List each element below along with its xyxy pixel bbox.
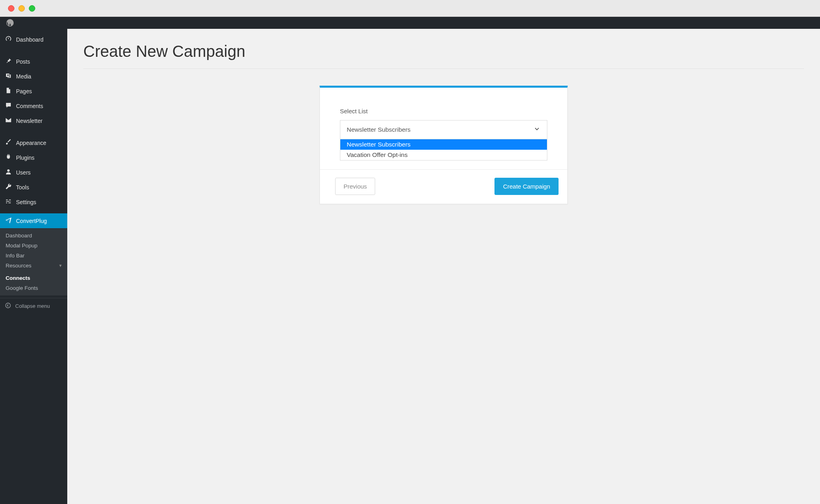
select-list-label: Select List bbox=[340, 108, 547, 114]
sidebar-group: Appearance Plugins Users Tools Settings bbox=[0, 132, 67, 209]
sidebar-item-label: Appearance bbox=[16, 140, 46, 146]
option-label: Newsletter Subscribers bbox=[347, 141, 410, 148]
page-icon bbox=[5, 87, 12, 95]
sidebar-item-plugins[interactable]: Plugins bbox=[0, 150, 67, 165]
paper-plane-icon bbox=[5, 217, 12, 225]
create-campaign-button[interactable]: Create Campaign bbox=[494, 178, 559, 195]
plug-icon bbox=[5, 153, 12, 162]
submenu-item-dashboard[interactable]: Dashboard bbox=[0, 231, 67, 241]
sidebar-group: ConvertPlug Dashboard Modal Popup Info B… bbox=[0, 213, 67, 295]
brush-icon bbox=[5, 139, 12, 147]
submenu-item-info-bar[interactable]: Info Bar bbox=[0, 251, 67, 261]
sidebar-item-media[interactable]: Media bbox=[0, 69, 67, 84]
window-chrome bbox=[0, 0, 820, 17]
submenu-item-label: Modal Popup bbox=[6, 243, 38, 249]
sidebar-item-newsletter[interactable]: Newsletter bbox=[0, 113, 67, 128]
campaign-card: Select List Newsletter Subscribers Newsl… bbox=[320, 86, 568, 204]
mail-icon bbox=[5, 116, 12, 125]
collapse-menu-button[interactable]: Collapse menu bbox=[0, 298, 67, 314]
option-vacation-offer-optins[interactable]: Vacation Offer Opt-ins bbox=[340, 150, 547, 160]
sidebar-group: Posts Media Pages Comments Newsletter bbox=[0, 51, 67, 128]
sidebar-item-convertplug[interactable]: ConvertPlug bbox=[0, 213, 67, 228]
caret-down-icon: ▼ bbox=[58, 263, 62, 268]
sidebar-submenu: Dashboard Modal Popup Info Bar Resources… bbox=[0, 228, 67, 295]
card-footer: Previous Create Campaign bbox=[320, 169, 567, 204]
submenu-item-label: Resources bbox=[6, 263, 32, 269]
submenu-item-connects[interactable]: Connects bbox=[0, 273, 67, 283]
page-title: Create New Campaign bbox=[83, 42, 804, 60]
user-icon bbox=[5, 168, 12, 177]
sidebar-item-label: Dashboard bbox=[16, 36, 44, 43]
sidebar-group: Dashboard bbox=[0, 29, 67, 47]
option-newsletter-subscribers[interactable]: Newsletter Subscribers bbox=[340, 139, 547, 150]
submenu-item-resources[interactable]: Resources ▼ bbox=[0, 261, 67, 271]
comment-icon bbox=[5, 102, 12, 110]
wp-admin-bar bbox=[0, 17, 820, 29]
media-icon bbox=[5, 72, 12, 80]
sidebar-item-label: Tools bbox=[16, 184, 29, 191]
sidebar-separator bbox=[0, 47, 67, 51]
wrench-icon bbox=[5, 183, 12, 191]
traffic-light-close[interactable] bbox=[8, 5, 14, 12]
sidebar-item-posts[interactable]: Posts bbox=[0, 54, 67, 69]
collapse-icon bbox=[5, 302, 11, 310]
sidebar-separator bbox=[0, 209, 67, 213]
sidebar-separator bbox=[0, 128, 67, 132]
submenu-item-label: Info Bar bbox=[6, 253, 24, 259]
divider bbox=[83, 68, 804, 69]
select-value: Newsletter Subscribers bbox=[347, 126, 410, 133]
submenu-item-label: Connects bbox=[6, 275, 30, 281]
submenu-item-label: Google Fonts bbox=[6, 285, 38, 291]
traffic-light-minimize[interactable] bbox=[18, 5, 25, 12]
sliders-icon bbox=[5, 198, 12, 206]
collapse-label: Collapse menu bbox=[15, 303, 50, 309]
sidebar-item-comments[interactable]: Comments bbox=[0, 98, 67, 113]
sidebar-item-users[interactable]: Users bbox=[0, 165, 67, 180]
submenu-item-label: Dashboard bbox=[6, 233, 32, 239]
pin-icon bbox=[5, 57, 12, 66]
sidebar-item-tools[interactable]: Tools bbox=[0, 180, 67, 195]
select-current[interactable]: Newsletter Subscribers bbox=[340, 120, 547, 139]
previous-button[interactable]: Previous bbox=[335, 178, 375, 195]
sidebar-item-label: Users bbox=[16, 169, 31, 176]
sidebar-item-label: Newsletter bbox=[16, 118, 42, 124]
chevron-down-icon bbox=[533, 125, 541, 134]
sidebar-item-label: Media bbox=[16, 73, 31, 80]
submenu-item-google-fonts[interactable]: Google Fonts bbox=[0, 283, 67, 293]
sidebar-item-settings[interactable]: Settings bbox=[0, 195, 67, 209]
svg-point-0 bbox=[6, 303, 10, 308]
sidebar-item-appearance[interactable]: Appearance bbox=[0, 135, 67, 150]
traffic-light-zoom[interactable] bbox=[29, 5, 35, 12]
select-options: Newsletter Subscribers Vacation Offer Op… bbox=[340, 139, 547, 160]
wordpress-logo-icon[interactable] bbox=[6, 18, 14, 27]
sidebar-item-pages[interactable]: Pages bbox=[0, 84, 67, 98]
option-label: Vacation Offer Opt-ins bbox=[347, 151, 408, 158]
admin-sidebar: Dashboard Posts Media Pages Comments bbox=[0, 29, 67, 504]
sidebar-item-label: Plugins bbox=[16, 155, 34, 161]
sidebar-item-label: Comments bbox=[16, 103, 43, 109]
sidebar-item-dashboard[interactable]: Dashboard bbox=[0, 32, 67, 47]
sidebar-item-label: Posts bbox=[16, 58, 30, 65]
sidebar-item-label: ConvertPlug bbox=[16, 218, 47, 224]
sidebar-item-label: Pages bbox=[16, 88, 32, 94]
list-select[interactable]: Newsletter Subscribers Newsletter Subscr… bbox=[340, 120, 547, 161]
main-content: Create New Campaign Select List Newslett… bbox=[67, 29, 820, 504]
dashboard-icon bbox=[5, 35, 12, 44]
sidebar-item-label: Settings bbox=[16, 199, 36, 205]
submenu-item-modal-popup[interactable]: Modal Popup bbox=[0, 241, 67, 251]
